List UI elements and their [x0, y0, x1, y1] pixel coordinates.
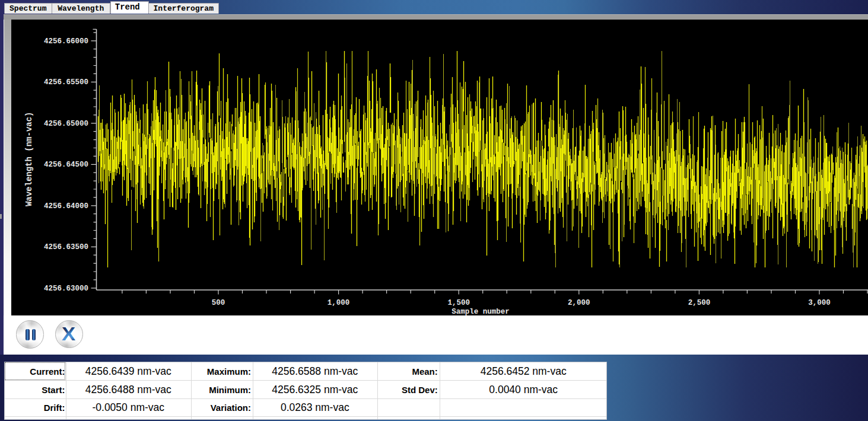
svg-text:3,000: 3,000	[808, 298, 831, 307]
svg-text:4256.65500: 4256.65500	[44, 78, 88, 87]
svg-text:4256.63500: 4256.63500	[44, 243, 88, 251]
svg-text:500: 500	[212, 298, 225, 307]
svg-text:X: X	[62, 324, 75, 345]
svg-text:4256.64000: 4256.64000	[44, 202, 88, 210]
svg-text:Wavelength (nm-vac): Wavelength (nm-vac)	[24, 111, 34, 206]
svg-text:4256.66000: 4256.66000	[44, 37, 88, 46]
svg-text:1,000: 1,000	[328, 298, 350, 307]
svg-text:Sample number: Sample number	[452, 307, 510, 315]
svg-text:2,500: 2,500	[688, 298, 711, 307]
svg-text:1,500: 1,500	[447, 298, 470, 307]
svg-text:4256.63000: 4256.63000	[44, 285, 88, 293]
svg-text:2,000: 2,000	[568, 298, 590, 307]
svg-text:4256.65000: 4256.65000	[44, 120, 88, 128]
svg-text:4256.64500: 4256.64500	[44, 161, 88, 169]
